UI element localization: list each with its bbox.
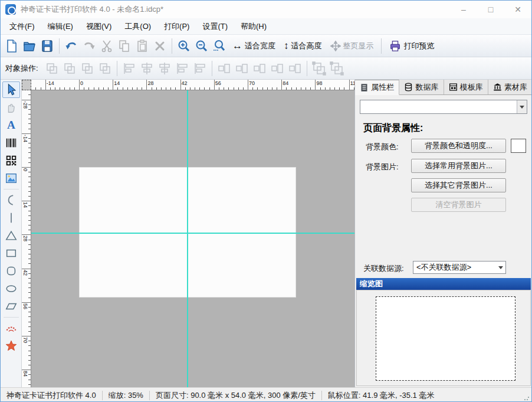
same-width-icon[interactable] xyxy=(215,60,233,77)
parallelogram-icon xyxy=(5,300,18,313)
ruler-corner xyxy=(22,80,31,90)
tab-templates[interactable]: 模板库 xyxy=(444,80,488,94)
send-backward-icon[interactable] xyxy=(96,60,114,77)
select-other-bg-button[interactable]: 选择其它背景图片... xyxy=(411,178,506,192)
align-top-icon[interactable] xyxy=(156,60,173,77)
minimize-button[interactable]: – xyxy=(450,1,477,18)
align-right-icon[interactable] xyxy=(191,60,209,77)
thumbnail-page-preview xyxy=(376,296,515,381)
menu-tools[interactable]: 工具(O) xyxy=(118,19,157,34)
database-icon xyxy=(404,83,413,91)
same-height-icon[interactable] xyxy=(233,60,251,77)
select-common-bg-button[interactable]: 选择常用背景图片... xyxy=(411,159,506,173)
select-tool-button[interactable] xyxy=(2,81,20,98)
print-preview-button[interactable]: 打印预览 xyxy=(385,38,439,54)
ungroup-icon[interactable] xyxy=(328,60,346,77)
align-left-icon[interactable] xyxy=(120,60,138,77)
status-mouse-position: 鼠标位置: 41.9 毫米, -35.1 毫米 xyxy=(322,390,441,401)
arc-text-tool-button[interactable] xyxy=(2,320,20,336)
thumbnail-header: 缩览图 xyxy=(356,278,531,290)
barcode-tool-button[interactable] xyxy=(2,135,20,151)
copy-button[interactable] xyxy=(116,37,133,55)
paste-button[interactable] xyxy=(133,37,151,55)
fit-page-button[interactable]: 整页显示 xyxy=(326,39,378,53)
properties-panel: 页面背景属性: 背景颜色: 背景颜色和透明度... 背景图片: 选择常用背景图片… xyxy=(355,95,532,387)
menu-settings[interactable]: 设置(T) xyxy=(196,19,234,34)
tab-database[interactable]: 数据库 xyxy=(399,80,444,94)
text-tool-button[interactable]: A xyxy=(2,117,20,133)
menu-print[interactable]: 打印(P) xyxy=(157,19,196,34)
design-canvas[interactable] xyxy=(31,90,354,387)
maximize-button[interactable]: □ xyxy=(477,1,504,18)
same-size-icon[interactable] xyxy=(251,60,268,77)
resize-grip[interactable] xyxy=(524,395,530,401)
properties-icon xyxy=(360,83,369,92)
undo-button[interactable] xyxy=(63,37,80,55)
datasource-dropdown-button[interactable] xyxy=(495,262,505,273)
tab-properties[interactable]: 属性栏 xyxy=(355,80,399,95)
zoom-in-button[interactable] xyxy=(175,37,193,55)
title-bar: 神奇证卡证书打印软件 4.0 - 未命名1.idcp* – □ ✕ xyxy=(1,1,531,18)
bring-forward-icon[interactable] xyxy=(78,60,96,77)
chevron-down-icon xyxy=(498,266,503,269)
datasource-label: 关联数据源: xyxy=(363,263,404,274)
menu-help[interactable]: 帮助(H) xyxy=(234,19,273,34)
bg-color-button[interactable]: 背景颜色和透明度... xyxy=(411,139,506,153)
zoom-custom-button[interactable] xyxy=(211,37,228,55)
menu-view[interactable]: 视图(V) xyxy=(80,19,118,34)
text-icon: A xyxy=(5,119,18,132)
bg-color-swatch[interactable] xyxy=(511,139,526,153)
rounded-rectangle-icon xyxy=(5,264,18,277)
distribute-horizontal-icon[interactable] xyxy=(268,60,286,77)
tab-materials[interactable]: 素材库 xyxy=(488,80,532,94)
send-to-back-icon[interactable] xyxy=(61,60,78,77)
fit-height-button[interactable]: ↕ 适合高度 xyxy=(280,39,326,53)
align-center-horizontal-icon[interactable] xyxy=(138,60,156,77)
redo-button[interactable] xyxy=(80,37,98,55)
bring-to-front-icon[interactable] xyxy=(43,60,61,77)
curve-tool-button[interactable] xyxy=(2,192,20,208)
qrcode-tool-button[interactable] xyxy=(2,152,20,169)
rectangle-tool-button[interactable] xyxy=(2,245,20,262)
star-tool-button[interactable] xyxy=(2,338,20,354)
object-selector-combobox[interactable] xyxy=(360,100,527,114)
clear-bg-button[interactable]: 清空背景图片 xyxy=(411,198,506,212)
main-toolbar: ↔ 适合宽度 ↕ 适合高度 整页显示 打印预览 xyxy=(1,35,531,57)
parallelogram-tool-button[interactable] xyxy=(2,298,20,315)
close-button[interactable]: ✕ xyxy=(504,1,531,18)
object-toolbar: 对象操作: xyxy=(1,57,531,80)
fit-width-button[interactable]: ↔ 适合宽度 xyxy=(228,39,280,53)
fit-width-icon: ↔ xyxy=(232,41,242,51)
rounded-rectangle-tool-button[interactable] xyxy=(2,263,20,279)
image-tool-button[interactable] xyxy=(2,170,20,187)
open-file-button[interactable] xyxy=(21,37,38,55)
pan-tool-button[interactable] xyxy=(2,99,20,116)
horizontal-center-guide xyxy=(31,233,354,234)
bg-color-label: 背景颜色: xyxy=(366,142,399,152)
align-middle-icon[interactable] xyxy=(173,60,191,77)
distribute-vertical-icon[interactable] xyxy=(286,60,304,77)
menu-bar: 文件(F) 编辑(E) 视图(V) 工具(O) 打印(P) 设置(T) 帮助(H… xyxy=(1,18,531,35)
menu-file[interactable]: 文件(F) xyxy=(3,19,41,34)
fit-height-icon: ↕ xyxy=(284,41,289,51)
top-ruler: -14014284256708498112 xyxy=(31,80,354,90)
rectangle-icon xyxy=(5,247,18,260)
template-icon xyxy=(449,83,458,91)
datasource-combobox[interactable]: <不关联数据源> xyxy=(413,261,506,274)
window-title: 神奇证卡证书打印软件 4.0 - 未命名1.idcp* xyxy=(21,4,163,15)
group-icon[interactable] xyxy=(310,60,328,77)
status-bar: 神奇证卡证书打印软件 4.0 缩放: 35% 页面尺寸: 90.0 毫米 x 5… xyxy=(1,387,531,402)
ellipse-tool-button[interactable] xyxy=(2,280,20,297)
delete-button[interactable] xyxy=(151,37,169,55)
cut-button[interactable] xyxy=(98,37,116,55)
new-document-button[interactable] xyxy=(3,37,21,55)
line-tool-button[interactable] xyxy=(2,210,20,226)
menu-edit[interactable]: 编辑(E) xyxy=(41,19,80,34)
page-background-section-title: 页面背景属性: xyxy=(363,122,423,135)
bg-image-label: 背景图片: xyxy=(366,162,399,172)
zoom-out-button[interactable] xyxy=(193,37,211,55)
star-icon xyxy=(5,339,18,352)
triangle-tool-button[interactable] xyxy=(2,227,20,244)
save-button[interactable] xyxy=(38,37,56,55)
object-selector-dropdown-button[interactable] xyxy=(517,100,527,113)
